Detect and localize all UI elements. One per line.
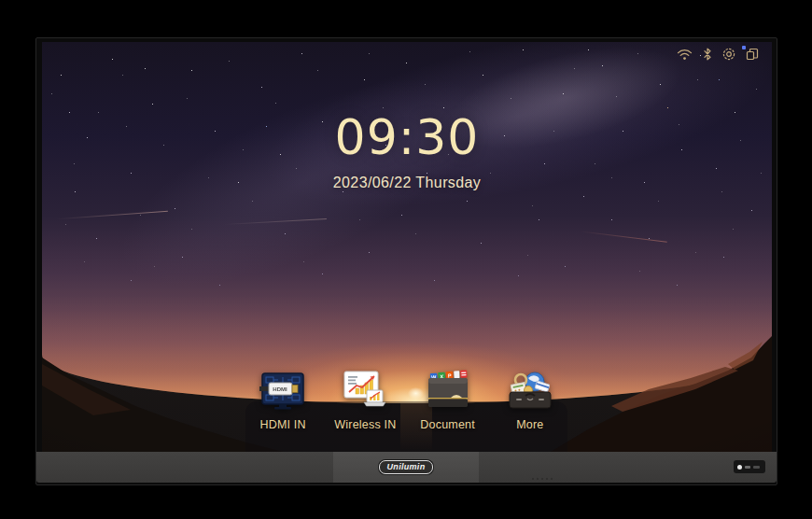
clock-time: 09:30 (42, 113, 772, 161)
document-icon: W X P (425, 369, 471, 414)
hdmi-in-icon: HDMI (259, 369, 306, 414)
dock: HDMI HDMI IN (242, 369, 571, 431)
notification-badge (742, 46, 746, 49)
wifi-icon[interactable] (677, 49, 693, 61)
bezel-tray: Unilumin (333, 452, 479, 483)
front-control-panel[interactable] (734, 460, 765, 473)
ir-receiver (753, 466, 760, 469)
wallpaper-sky (42, 42, 772, 403)
clock-date: 2023/06/22 Thursday (42, 175, 772, 191)
bezel-vents (532, 478, 553, 480)
dock-item-more[interactable]: More (491, 369, 569, 431)
wireless-in-icon (342, 369, 388, 414)
power-led[interactable] (737, 465, 742, 470)
more-icon (507, 369, 553, 414)
clipboard-icon[interactable] (746, 48, 759, 61)
dock-item-document[interactable]: W X P Document (409, 369, 487, 431)
bezel-bottom: Unilumin (36, 452, 777, 483)
dock-label: Document (420, 418, 475, 431)
status-bar (677, 46, 759, 63)
dock-item-hdmi-in[interactable]: HDMI HDMI IN (244, 369, 322, 431)
eye-protection-icon[interactable] (722, 48, 735, 61)
clock-block: 09:30 2023/06/22 Thursday (42, 113, 772, 191)
dock-item-wireless-in[interactable]: Wireless IN (326, 369, 404, 431)
svg-text:P: P (447, 372, 451, 378)
dock-label: Wireless IN (334, 418, 396, 431)
brand-logo: Unilumin (379, 460, 434, 474)
screen: 09:30 2023/06/22 Thursday HDMI (42, 42, 772, 452)
dock-label: More (516, 418, 543, 431)
svg-text:HDMI: HDMI (273, 386, 287, 392)
dock-label: HDMI IN (259, 418, 305, 431)
light-sensor (745, 466, 750, 469)
bluetooth-icon[interactable] (703, 48, 712, 61)
